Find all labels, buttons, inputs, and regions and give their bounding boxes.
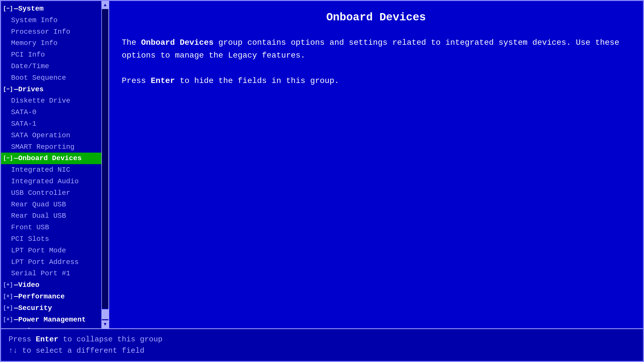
scrollbar-thumb[interactable] (102, 309, 108, 319)
main-content: [−]—SystemSystem InfoProcessor InfoMemor… (1, 1, 643, 328)
nav-item-performance[interactable]: [+]—Performance (1, 291, 108, 302)
nav-item-video[interactable]: [+]—Video (1, 279, 108, 291)
scroll-down-arrow[interactable]: ▼ (102, 320, 108, 328)
nav-item-processor-info[interactable]: Processor Info (1, 26, 108, 38)
nav-item-lpt-port-address[interactable]: LPT Port Address (1, 256, 108, 268)
nav-item-date-time[interactable]: Date/Time (1, 61, 108, 72)
desc-prefix: The (122, 38, 141, 47)
tree-icon-security: [+] (3, 304, 13, 312)
nav-label-rear-dual-usb: Rear Dual USB (11, 211, 66, 221)
info-description: The Onboard Devices group contains optio… (122, 36, 630, 62)
nav-item-sata-1[interactable]: SATA-1 (1, 118, 108, 130)
nav-item-rear-quad-usb[interactable]: Rear Quad USB (1, 199, 108, 210)
nav-item-usb-controller[interactable]: USB Controller (1, 187, 108, 199)
status-line-1: Press Enter to collapse this group (9, 334, 635, 345)
nav-item-integrated-nic[interactable]: Integrated NIC (1, 164, 108, 176)
nav-label-boot-sequence: Boot Sequence (11, 73, 66, 83)
nav-item-sata-operation[interactable]: SATA Operation (1, 130, 108, 141)
status1-prefix: Press (9, 335, 36, 344)
nav-label-sata-0: SATA-0 (11, 108, 36, 117)
status2-prefix: ↑↓ to select a different field (9, 346, 144, 355)
nav-item-system-info[interactable]: System Info (1, 15, 108, 26)
scroll-up-arrow[interactable]: ▲ (102, 1, 108, 9)
nav-label-sata-operation: SATA Operation (11, 131, 70, 140)
nav-label-video: Video (18, 280, 39, 290)
nav-label-integrated-audio: Integrated Audio (11, 177, 79, 186)
nav-label-date-time: Date/Time (11, 62, 49, 71)
scrollbar-track-inner (102, 9, 108, 308)
info-panel: Onboard Devices The Onboard Devices grou… (109, 1, 643, 328)
scrollbar: ▲ ▼ (101, 1, 108, 328)
nav-label-front-usb: Front USB (11, 223, 49, 232)
tree-icon-video: [+] (3, 281, 13, 289)
nav-label-sata-1: SATA-1 (11, 119, 36, 129)
nav-label-memory-info: Memory Info (11, 38, 58, 48)
tree-icon-power-management: [+] (3, 316, 13, 324)
status1-bold: Enter (36, 335, 58, 344)
nav-item-front-usb[interactable]: Front USB (1, 222, 108, 233)
nav-label-usb-controller: USB Controller (11, 188, 70, 198)
info-title: Onboard Devices (122, 11, 630, 24)
tree-icon-system: [−] (3, 5, 13, 13)
status1-suffix: to collapse this group (58, 335, 163, 344)
nav-item-sata-0[interactable]: SATA-0 (1, 107, 108, 118)
nav-label-lpt-port-mode: LPT Port Mode (11, 246, 66, 255)
nav-item-diskette-drive[interactable]: Diskette Drive (1, 95, 108, 107)
nav-label-drives: Drives (18, 85, 44, 94)
nav-item-pci-info[interactable]: PCI Info (1, 49, 108, 61)
nav-label-smart-reporting: SMART Reporting (11, 142, 74, 152)
status-bar: Press Enter to collapse this group ↑↓ to… (1, 328, 643, 361)
nav-label-security: Security (18, 303, 52, 313)
nav-item-memory-info[interactable]: Memory Info (1, 37, 108, 49)
nav-item-lpt-port-mode[interactable]: LPT Port Mode (1, 245, 108, 256)
nav-label-pci-slots: PCI Slots (11, 234, 49, 244)
tree-icon-maintenance: [+] (3, 327, 13, 328)
nav-label-performance: Performance (18, 292, 65, 301)
nav-label-rear-quad-usb: Rear Quad USB (11, 200, 66, 209)
tree-icon-performance: [+] (3, 293, 13, 300)
nav-label-onboard-devices: Onboard Devices (18, 154, 82, 163)
nav-item-onboard-devices[interactable]: [−]—Onboard Devices (1, 153, 108, 164)
nav-label-processor-info: Processor Info (11, 27, 70, 37)
nav-label-system: System (18, 4, 44, 14)
status-line-2: ↑↓ to select a different field (9, 345, 635, 356)
nav-panel: [−]—SystemSystem InfoProcessor InfoMemor… (1, 1, 109, 328)
nav-list: [−]—SystemSystem InfoProcessor InfoMemor… (1, 1, 108, 328)
nav-item-smart-reporting[interactable]: SMART Reporting (1, 141, 108, 153)
nav-item-boot-sequence[interactable]: Boot Sequence (1, 72, 108, 84)
nav-label-power-management: Power Management (18, 315, 86, 325)
nav-item-serial-port-1[interactable]: Serial Port #1 (1, 268, 108, 279)
nav-label-system-info: System Info (11, 16, 58, 25)
desc-bold: Onboard Devices (141, 38, 214, 47)
instr-prefix: Press (122, 76, 151, 85)
nav-label-lpt-port-address: LPT Port Address (11, 257, 79, 267)
nav-item-system[interactable]: [−]—System (1, 3, 108, 15)
instr-suffix: to hide the fields in this group. (175, 76, 339, 85)
nav-item-security[interactable]: [+]—Security (1, 302, 108, 314)
bios-screen: [−]—SystemSystem InfoProcessor InfoMemor… (0, 0, 644, 362)
nav-label-integrated-nic: Integrated NIC (11, 165, 70, 175)
nav-label-maintenance: Maintenance (18, 326, 65, 328)
instr-bold: Enter (151, 76, 175, 85)
tree-icon-onboard-devices: [−] (3, 155, 13, 162)
nav-item-power-management[interactable]: [+]—Power Management (1, 314, 108, 326)
nav-item-integrated-audio[interactable]: Integrated Audio (1, 176, 108, 187)
nav-item-drives[interactable]: [−]—Drives (1, 84, 108, 95)
nav-label-pci-info: PCI Info (11, 50, 45, 60)
tree-icon-drives: [−] (3, 86, 13, 93)
nav-item-maintenance[interactable]: [+]—Maintenance (1, 325, 108, 328)
nav-label-serial-port-1: Serial Port #1 (11, 269, 70, 278)
nav-label-diskette-drive: Diskette Drive (11, 96, 70, 106)
nav-item-rear-dual-usb[interactable]: Rear Dual USB (1, 210, 108, 222)
info-instruction: Press Enter to hide the fields in this g… (122, 74, 630, 87)
nav-item-pci-slots[interactable]: PCI Slots (1, 233, 108, 245)
